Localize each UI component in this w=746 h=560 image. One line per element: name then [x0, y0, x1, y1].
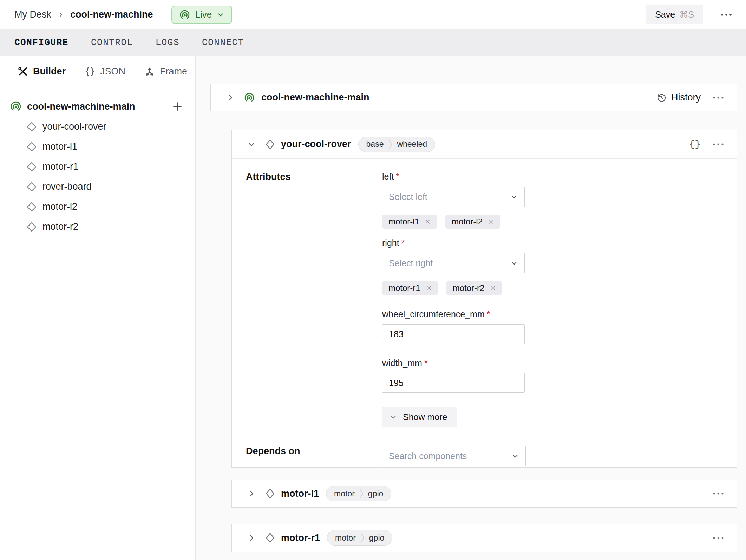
badge-model: wheeled [397, 139, 427, 149]
chip-label: motor-l1 [388, 217, 419, 227]
ellipsis-icon [713, 143, 724, 146]
breadcrumb-current: cool-new-machine [70, 9, 153, 20]
chevron-down-icon [390, 413, 397, 421]
attributes-section: Attributes left* Select left [232, 159, 737, 427]
chevron-down-icon [217, 11, 224, 19]
history-icon [656, 92, 667, 103]
ellipsis-icon [713, 536, 724, 539]
tab-connect[interactable]: CONNECT [202, 37, 244, 48]
chevron-down-icon [511, 452, 519, 460]
tree-item-motor-r1[interactable]: motor-r1 [0, 157, 195, 177]
collapse-component-button[interactable] [246, 139, 257, 150]
chip-motor-l1: motor-l1 [382, 215, 437, 229]
machine-part-card: cool-new-machine-main History [210, 84, 737, 111]
component-type-badge: motor gpio [327, 530, 392, 546]
depends-on-select[interactable]: Search components [382, 446, 526, 466]
tree-item-motor-r2[interactable]: motor-r2 [0, 217, 195, 237]
field-label-width: width_mm* [382, 358, 525, 368]
badge-type: base [366, 139, 384, 149]
remove-chip-button[interactable] [487, 217, 495, 226]
ellipsis-icon [713, 492, 724, 495]
tab-logs[interactable]: LOGS [156, 37, 179, 48]
badge-type: motor [334, 489, 355, 499]
tree-item-rover-board[interactable]: rover-board [0, 177, 195, 197]
tree-item-your-cool-rover[interactable]: your-cool-rover [0, 117, 195, 137]
live-status-dropdown[interactable]: Live [171, 6, 233, 24]
chip-motor-r1: motor-r1 [382, 281, 438, 295]
broadcast-icon [10, 100, 22, 112]
component-diamond-icon [265, 488, 275, 499]
ellipsis-icon [720, 13, 733, 17]
required-asterisk: * [401, 238, 405, 248]
expand-component-button[interactable] [246, 532, 257, 543]
tree-item-label: rover-board [42, 181, 92, 192]
chevron-down-icon [510, 259, 518, 267]
add-component-button[interactable] [170, 99, 185, 114]
component-type-badge: motor gpio [326, 486, 391, 501]
field-label-text: left [382, 171, 394, 181]
field-label-right: right* [382, 238, 525, 248]
component-tree: cool-new-machine-main your-cool-rover mo… [0, 87, 195, 237]
view-builder-label: Builder [33, 66, 66, 77]
remove-chip-button[interactable] [489, 284, 497, 292]
width-input[interactable] [382, 373, 525, 393]
tab-bar: CONFIGURE CONTROL LOGS CONNECT [0, 29, 746, 56]
tree-item-machine-main[interactable]: cool-new-machine-main [0, 96, 195, 117]
wheel-circumference-input[interactable] [382, 324, 525, 344]
component-diamond-icon [265, 139, 275, 150]
config-main-panel: cool-new-machine-main History [196, 56, 746, 560]
tree-item-label: motor-r2 [42, 221, 78, 232]
tree-item-motor-l2[interactable]: motor-l2 [0, 197, 195, 217]
save-button[interactable]: Save ⌘S [646, 5, 703, 24]
component-diamond-icon [26, 222, 37, 232]
broadcast-icon [244, 92, 255, 103]
remove-chip-button[interactable] [425, 284, 433, 292]
component-menu-button[interactable] [710, 489, 727, 498]
depends-on-heading: Depends on [246, 446, 382, 457]
attributes-heading: Attributes [246, 171, 382, 182]
depends-on-section: Depends on Search components [232, 435, 737, 466]
select-right-placeholder: Select right [389, 258, 433, 268]
chevron-right-icon [247, 489, 256, 498]
tree-item-label: your-cool-rover [42, 121, 106, 132]
component-title: motor-l1 [281, 488, 319, 499]
view-frame-label: Frame [160, 66, 187, 77]
tree-item-motor-l1[interactable]: motor-l1 [0, 137, 195, 157]
tree-item-label: motor-l2 [42, 201, 77, 212]
config-sidebar: Builder JSON Frame [0, 56, 196, 560]
component-menu-button[interactable] [710, 140, 727, 149]
tab-configure[interactable]: CONFIGURE [14, 37, 68, 48]
component-diamond-icon [26, 162, 37, 172]
curly-braces-icon [85, 66, 95, 77]
close-icon [487, 218, 495, 225]
component-menu-button[interactable] [710, 534, 727, 542]
required-asterisk: * [424, 358, 428, 368]
expand-part-button[interactable] [225, 92, 236, 103]
machine-menu-button[interactable] [717, 10, 735, 19]
close-icon [425, 285, 432, 292]
part-menu-button[interactable] [710, 93, 727, 102]
history-button[interactable]: History [656, 92, 701, 103]
expand-component-button[interactable] [246, 488, 257, 499]
frame-axes-icon [144, 66, 155, 77]
chip-label: motor-l2 [452, 217, 483, 227]
view-json[interactable]: JSON [85, 66, 125, 77]
tab-control[interactable]: CONTROL [91, 37, 133, 48]
remove-chip-button[interactable] [424, 217, 432, 226]
breadcrumb-root[interactable]: My Desk [14, 9, 51, 20]
field-label-text: width_mm [382, 358, 422, 368]
close-icon [489, 285, 496, 292]
view-builder[interactable]: Builder [18, 66, 66, 77]
select-right[interactable]: Select right [382, 253, 525, 273]
badge-model: gpio [368, 489, 383, 499]
show-more-button[interactable]: Show more [382, 407, 457, 427]
edit-json-button[interactable]: {} [689, 139, 701, 150]
badge-divider-icon [388, 139, 392, 150]
component-title: motor-r1 [281, 533, 320, 543]
view-frame[interactable]: Frame [144, 66, 187, 77]
broadcast-icon [179, 9, 190, 20]
component-title: your-cool-rover [281, 139, 351, 150]
chevron-right-icon [226, 93, 235, 102]
select-left[interactable]: Select left [382, 187, 525, 207]
required-asterisk: * [396, 171, 399, 181]
